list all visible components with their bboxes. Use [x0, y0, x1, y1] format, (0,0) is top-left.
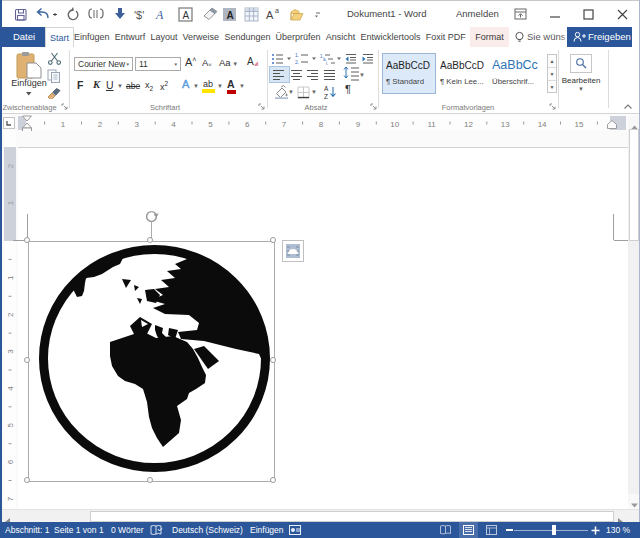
svg-text:11: 11: [427, 120, 436, 129]
svg-text:A: A: [324, 85, 329, 92]
svg-text:6: 6: [6, 459, 15, 464]
svg-text:A: A: [155, 8, 164, 22]
svg-text:2.: 2.: [295, 59, 299, 65]
svg-text:1: 1: [6, 200, 15, 205]
svg-text:A: A: [266, 9, 274, 21]
svg-text:6: 6: [245, 120, 250, 129]
svg-text:10: 10: [390, 120, 399, 129]
svg-text:4: 4: [6, 386, 15, 391]
svg-text:i.: i.: [326, 61, 328, 66]
svg-text:1: 1: [6, 275, 15, 280]
svg-text:7: 7: [6, 496, 15, 501]
svg-text:A: A: [183, 10, 190, 21]
svg-text:1.: 1.: [295, 53, 299, 58]
svg-text:5: 5: [208, 120, 213, 129]
svg-text:2: 2: [6, 163, 15, 168]
svg-text:13: 13: [501, 120, 510, 129]
svg-text:15: 15: [575, 120, 584, 129]
svg-text:3: 3: [135, 120, 140, 129]
svg-text:2: 2: [98, 120, 103, 129]
svg-text:2: 2: [6, 312, 15, 317]
svg-text:'$': '$': [134, 9, 144, 21]
svg-text:Z: Z: [324, 93, 328, 100]
svg-text:3: 3: [6, 349, 15, 354]
svg-text:a: a: [275, 7, 279, 14]
svg-text:12: 12: [464, 120, 473, 129]
svg-text:9: 9: [356, 120, 361, 129]
svg-text:4: 4: [171, 120, 176, 129]
svg-text:1: 1: [61, 120, 66, 129]
svg-text:8: 8: [319, 120, 324, 129]
svg-text:14: 14: [538, 120, 547, 129]
svg-text:5: 5: [6, 422, 15, 427]
svg-text:7: 7: [282, 120, 287, 129]
svg-text:A: A: [227, 10, 234, 21]
